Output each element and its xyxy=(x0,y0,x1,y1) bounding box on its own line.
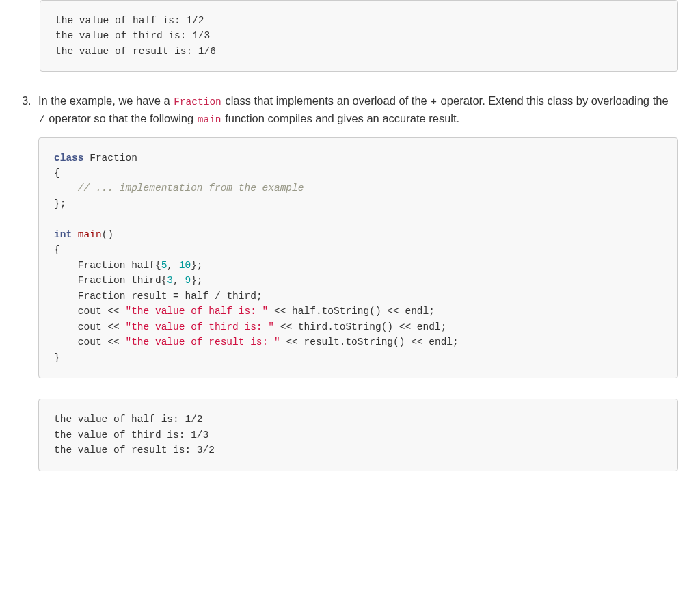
op: << xyxy=(102,336,126,347)
semi: ; xyxy=(441,321,447,332)
output-block-1: the value of half is: 1/2 the value of t… xyxy=(40,0,678,72)
id-endl: endl xyxy=(405,306,429,317)
id-third: third xyxy=(298,321,328,332)
op: << xyxy=(393,321,417,332)
fn-tostring: toString xyxy=(334,321,381,332)
dot: . xyxy=(327,321,334,332)
text: operator. Extend this class by overloadi… xyxy=(438,94,669,107)
text: In the example, we have a xyxy=(38,94,173,107)
id-fraction: Fraction xyxy=(90,153,137,163)
comma: , xyxy=(167,260,178,271)
op: = xyxy=(167,291,185,302)
id-fraction: Fraction xyxy=(78,275,126,286)
id-fraction: Fraction xyxy=(78,260,126,271)
semi: ; xyxy=(429,306,435,317)
semi: ; xyxy=(256,291,262,302)
num: 3 xyxy=(167,275,173,286)
id-half: half xyxy=(292,306,316,317)
exercise-item-3: In the example, we have a Fraction class… xyxy=(34,92,678,471)
fn-tostring: toString xyxy=(322,306,370,317)
id-cout: cout xyxy=(78,306,102,317)
text: class that implements an overload of the xyxy=(222,94,431,107)
comma: , xyxy=(173,275,185,286)
semi: ; xyxy=(453,336,459,347)
text: operator so that the following xyxy=(46,112,197,124)
output-line: the value of half is: 1/2 xyxy=(54,414,203,425)
op: << xyxy=(102,306,126,317)
code-inline-slash: / xyxy=(38,114,46,125)
call: () xyxy=(369,306,381,317)
parens: () xyxy=(102,229,113,240)
str: "the value of result is: " xyxy=(125,336,280,347)
comment: // ... implementation from the example xyxy=(78,183,304,194)
kw-class: class xyxy=(54,153,84,163)
brace: }; xyxy=(54,198,66,209)
output-line: the value of result is: 3/2 xyxy=(54,445,215,455)
op: << xyxy=(381,306,405,317)
brace: }; xyxy=(191,275,202,286)
brace: { xyxy=(54,244,60,255)
op: / xyxy=(208,291,226,302)
code-inline-plus: + xyxy=(430,96,438,107)
op: << xyxy=(405,336,429,347)
output-line: the value of third is: 1/3 xyxy=(54,429,208,440)
id-third: third xyxy=(131,275,161,286)
fn-main: main xyxy=(78,229,102,240)
fn-tostring: toString xyxy=(345,336,393,347)
op: << xyxy=(274,321,298,332)
id-half: half xyxy=(131,260,155,271)
brace: { xyxy=(54,168,60,179)
op: << xyxy=(280,336,304,347)
code-block-main: class Fraction { // ... implementation f… xyxy=(38,137,678,379)
output-line: the value of half is: 1/2 xyxy=(55,15,204,26)
output-block-2: the value of half is: 1/2 the value of t… xyxy=(38,399,678,471)
code-inline-fraction: Fraction xyxy=(173,96,222,107)
id-half: half xyxy=(185,291,208,302)
num: 10 xyxy=(179,260,191,271)
id-fraction: Fraction xyxy=(78,291,126,302)
id-endl: endl xyxy=(429,336,453,347)
id-cout: cout xyxy=(78,321,102,332)
kw-int: int xyxy=(54,229,72,240)
code-inline-main: main xyxy=(197,114,222,125)
call: () xyxy=(393,336,405,347)
str: "the value of half is: " xyxy=(125,306,268,317)
exercise-list: In the example, we have a Fraction class… xyxy=(22,92,678,471)
dot: . xyxy=(316,306,322,317)
op: << xyxy=(268,306,292,317)
str: "the value of third is: " xyxy=(125,321,274,332)
num: 9 xyxy=(185,275,191,286)
output-line: the value of third is: 1/3 xyxy=(55,30,210,41)
id-result: result xyxy=(131,291,167,302)
exercise-paragraph: In the example, we have a Fraction class… xyxy=(38,94,669,124)
brace: }; xyxy=(191,260,202,271)
brace: } xyxy=(54,352,60,363)
brace: { xyxy=(155,260,161,271)
id-cout: cout xyxy=(78,336,102,347)
output-line: the value of result is: 1/6 xyxy=(55,46,216,57)
id-result: result xyxy=(304,336,340,347)
call: () xyxy=(381,321,393,332)
id-endl: endl xyxy=(417,321,441,332)
op: << xyxy=(102,321,126,332)
id-third: third xyxy=(226,291,256,302)
text: function compiles and gives an accurate … xyxy=(222,112,460,124)
